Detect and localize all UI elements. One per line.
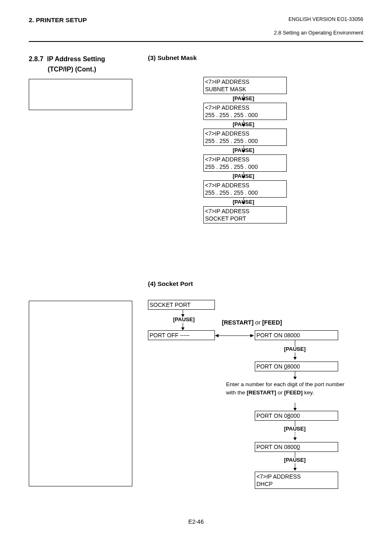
svg-marker-9 (242, 202, 245, 205)
or-text: or (254, 319, 262, 326)
arrow-down-icon (293, 403, 297, 411)
disp-line: SUBNET MASK (205, 85, 285, 93)
arrow-down-icon (242, 120, 246, 127)
display-subnet-5: <7>IP ADDRESS 255 . 255 . 255 . 000 (203, 180, 287, 198)
arrow-down-icon (293, 371, 297, 380)
restart-key: [RESTART] (222, 319, 254, 326)
pause-label: [PAUSE] (255, 426, 335, 432)
instruction-text: Enter a number for each digit of the por… (226, 380, 345, 396)
instr-tail: key. (303, 389, 314, 396)
svg-marker-3 (242, 124, 245, 127)
display-port-on-2: PORT ON 08000 (255, 362, 338, 371)
disp-line: 255 . 255 . 255 . 000 (205, 163, 285, 170)
svg-marker-13 (181, 327, 184, 330)
disp-line: <7>IP ADDRESS (205, 104, 285, 111)
arrow-two-headed-icon (215, 334, 254, 338)
header-left: 2. PRINTER SETUP (29, 16, 87, 23)
svg-marker-16 (250, 334, 254, 337)
disp-line: <7>IP ADDRESS (205, 207, 285, 215)
disp-line: <7>IP ADDRESS (256, 473, 337, 480)
disp-line: <7>IP ADDRESS (205, 182, 285, 189)
svg-marker-21 (293, 377, 297, 380)
svg-marker-5 (242, 150, 245, 153)
disp-line: <7>IP ADDRESS (205, 78, 285, 85)
disp-text: 000 (291, 412, 300, 419)
sec-title: IP Address Setting (47, 55, 105, 62)
display-port-on-3: PORT ON 08000 (255, 411, 338, 421)
page-number: E2-46 (29, 518, 363, 525)
arrow-down-icon (293, 463, 297, 471)
arrow-down-icon (242, 94, 246, 101)
arrow-down-icon (181, 323, 185, 330)
heading-subnet-mask: (3) Subnet Mask (148, 54, 197, 62)
display-subnet-3: <7>IP ADDRESS 255 . 255 . 255 . 000 (203, 129, 287, 146)
disp-line: <7>IP ADDRESS (205, 130, 285, 137)
pause-label: [PAUSE] (144, 316, 224, 322)
header-version: ENGLISH VERSION EO1-33056 (288, 16, 363, 22)
disp-text: PORT ON 0 (256, 412, 287, 419)
svg-marker-15 (215, 334, 219, 337)
svg-marker-23 (293, 408, 297, 411)
svg-marker-26 (293, 438, 297, 440)
note-box-empty-2 (29, 301, 132, 486)
pause-label: [PAUSE] (255, 346, 335, 352)
display-port-off: PORT OFF ----- (148, 330, 215, 340)
svg-marker-29 (293, 468, 297, 471)
disp-underlined-digit: 8 (287, 412, 291, 419)
disp-line: 255 . 255 . 255 . 000 (205, 111, 285, 119)
display-final: <7>IP ADDRESS DHCP (255, 472, 338, 489)
display-port-on-1: PORT ON 08000 (255, 330, 338, 340)
disp-text: PORT ON (256, 363, 284, 370)
note-box-empty-1 (29, 79, 132, 110)
arrow-down-icon (242, 171, 246, 179)
arrow-down-icon (293, 352, 297, 360)
display-port-on-4: PORT ON 08000 (255, 442, 338, 452)
pause-label: [PAUSE] (255, 457, 335, 463)
header-section: 2.8 Setting an Operating Environment (274, 30, 363, 36)
disp-line: 255 . 255 . 255 . 000 (205, 189, 285, 196)
sec-num: 2.8.7 (29, 55, 44, 62)
disp-text: 8000 (287, 363, 300, 370)
instr-restart: [RESTART] (247, 389, 276, 396)
svg-marker-1 (242, 98, 245, 101)
section-number-title: 2.8.7 IP Address Setting (TCP/IP) (Cont.… (29, 54, 136, 75)
display-subnet-4: <7>IP ADDRESS 255 . 255 . 255 . 000 (203, 154, 287, 172)
header-rule (29, 41, 363, 42)
svg-marker-7 (242, 176, 245, 179)
instr-feed: [FEED] (284, 389, 303, 396)
restart-or-feed-label: [RESTART] or [FEED] (222, 319, 282, 326)
sec-subtitle: (TCP/IP) (Cont.) (29, 64, 136, 75)
instr-or: or (276, 389, 284, 396)
disp-line: <7>IP ADDRESS (205, 156, 285, 163)
disp-text: PORT ON 0800 (256, 444, 297, 450)
feed-key: [FEED] (262, 319, 282, 326)
arrow-down-icon (242, 145, 246, 153)
disp-line: DHCP (256, 480, 337, 488)
display-subnet-6: <7>IP ADDRESS SOCKET PORT (203, 206, 287, 223)
svg-marker-19 (293, 357, 297, 360)
arrow-down-dashed-icon (293, 432, 297, 440)
arrow-down-icon (242, 197, 246, 205)
display-subnet-1: <7>IP ADDRESS SUBNET MASK (203, 77, 287, 94)
heading-socket-port: (4) Socket Port (148, 280, 193, 288)
display-socket-start: SOCKET PORT (148, 300, 215, 310)
disp-line: SOCKET PORT (205, 215, 285, 222)
disp-underlined-digit: 0 (297, 444, 300, 450)
disp-underlined-digit: 0 (284, 363, 287, 370)
display-subnet-2: <7>IP ADDRESS 255 . 255 . 255 . 000 (203, 103, 287, 120)
disp-line: 255 . 255 . 255 . 000 (205, 137, 285, 145)
